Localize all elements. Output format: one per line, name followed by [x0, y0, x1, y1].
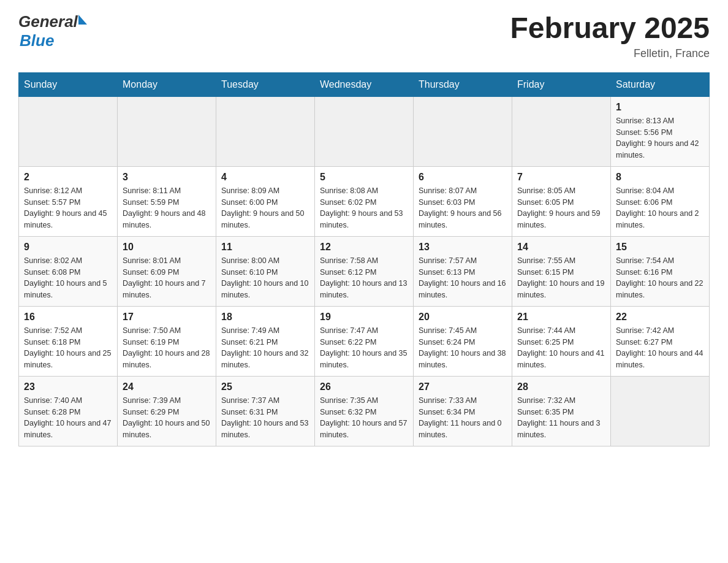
calendar-cell: 17Sunrise: 7:50 AM Sunset: 6:19 PM Dayli…: [118, 306, 216, 376]
title-section: February 2025 Felletin, France: [510, 12, 710, 60]
calendar-body: 1Sunrise: 8:13 AM Sunset: 5:56 PM Daylig…: [19, 96, 710, 446]
calendar-table: SundayMondayTuesdayWednesdayThursdayFrid…: [18, 72, 710, 446]
day-info: Sunrise: 7:35 AM Sunset: 6:32 PM Dayligh…: [320, 395, 408, 441]
day-info: Sunrise: 7:58 AM Sunset: 6:12 PM Dayligh…: [320, 255, 408, 301]
calendar-cell: 5Sunrise: 8:08 AM Sunset: 6:02 PM Daylig…: [315, 166, 414, 236]
calendar-cell: 21Sunrise: 7:44 AM Sunset: 6:25 PM Dayli…: [512, 306, 611, 376]
day-number: 9: [24, 242, 112, 253]
day-number: 17: [123, 312, 211, 323]
day-info: Sunrise: 8:08 AM Sunset: 6:02 PM Dayligh…: [320, 185, 408, 231]
calendar-week-5: 23Sunrise: 7:40 AM Sunset: 6:28 PM Dayli…: [19, 376, 710, 446]
day-number: 12: [320, 242, 408, 253]
day-number: 5: [320, 172, 408, 183]
logo-arrow-icon: [78, 15, 87, 25]
day-number: 7: [517, 172, 605, 183]
day-header-monday: Monday: [118, 72, 216, 96]
day-number: 1: [616, 102, 704, 113]
day-number: 11: [221, 242, 309, 253]
day-info: Sunrise: 7:50 AM Sunset: 6:19 PM Dayligh…: [123, 325, 211, 371]
calendar-cell: 23Sunrise: 7:40 AM Sunset: 6:28 PM Dayli…: [19, 376, 118, 446]
day-info: Sunrise: 7:42 AM Sunset: 6:27 PM Dayligh…: [616, 325, 704, 371]
day-number: 18: [221, 312, 309, 323]
day-info: Sunrise: 7:45 AM Sunset: 6:24 PM Dayligh…: [419, 325, 507, 371]
day-number: 13: [419, 242, 507, 253]
day-info: Sunrise: 7:55 AM Sunset: 6:15 PM Dayligh…: [517, 255, 605, 301]
day-info: Sunrise: 8:02 AM Sunset: 6:08 PM Dayligh…: [24, 255, 112, 301]
calendar-cell: 2Sunrise: 8:12 AM Sunset: 5:57 PM Daylig…: [19, 166, 118, 236]
day-number: 27: [419, 381, 507, 393]
day-info: Sunrise: 8:05 AM Sunset: 6:05 PM Dayligh…: [517, 185, 605, 231]
calendar-cell: 13Sunrise: 7:57 AM Sunset: 6:13 PM Dayli…: [414, 236, 512, 306]
day-info: Sunrise: 7:32 AM Sunset: 6:35 PM Dayligh…: [517, 395, 605, 441]
day-number: 15: [616, 242, 704, 253]
calendar-cell: [512, 96, 611, 166]
calendar-cell: 6Sunrise: 8:07 AM Sunset: 6:03 PM Daylig…: [414, 166, 512, 236]
day-number: 24: [123, 381, 211, 393]
calendar-cell: 28Sunrise: 7:32 AM Sunset: 6:35 PM Dayli…: [512, 376, 611, 446]
calendar-header: SundayMondayTuesdayWednesdayThursdayFrid…: [19, 72, 710, 96]
calendar-cell: 26Sunrise: 7:35 AM Sunset: 6:32 PM Dayli…: [315, 376, 414, 446]
day-number: 25: [221, 381, 309, 393]
day-info: Sunrise: 8:04 AM Sunset: 6:06 PM Dayligh…: [616, 185, 704, 231]
day-number: 26: [320, 381, 408, 393]
calendar-cell: 3Sunrise: 8:11 AM Sunset: 5:59 PM Daylig…: [118, 166, 216, 236]
day-info: Sunrise: 8:07 AM Sunset: 6:03 PM Dayligh…: [419, 185, 507, 231]
day-info: Sunrise: 7:40 AM Sunset: 6:28 PM Dayligh…: [24, 395, 112, 441]
month-title: February 2025: [510, 12, 710, 45]
calendar-cell: 15Sunrise: 7:54 AM Sunset: 6:16 PM Dayli…: [611, 236, 710, 306]
day-number: 28: [517, 381, 605, 393]
logo-general-text: General: [18, 12, 78, 31]
day-number: 22: [616, 312, 704, 323]
day-number: 3: [123, 172, 211, 183]
calendar-cell: 20Sunrise: 7:45 AM Sunset: 6:24 PM Dayli…: [414, 306, 512, 376]
day-number: 10: [123, 242, 211, 253]
calendar-cell: 11Sunrise: 8:00 AM Sunset: 6:10 PM Dayli…: [216, 236, 315, 306]
day-info: Sunrise: 7:39 AM Sunset: 6:29 PM Dayligh…: [123, 395, 211, 441]
calendar-cell: 24Sunrise: 7:39 AM Sunset: 6:29 PM Dayli…: [118, 376, 216, 446]
day-info: Sunrise: 7:33 AM Sunset: 6:34 PM Dayligh…: [419, 395, 507, 441]
day-number: 23: [24, 381, 112, 393]
calendar-cell: 25Sunrise: 7:37 AM Sunset: 6:31 PM Dayli…: [216, 376, 315, 446]
day-header-friday: Friday: [512, 72, 611, 96]
day-info: Sunrise: 7:54 AM Sunset: 6:16 PM Dayligh…: [616, 255, 704, 301]
day-info: Sunrise: 8:00 AM Sunset: 6:10 PM Dayligh…: [221, 255, 309, 301]
day-header-saturday: Saturday: [611, 72, 710, 96]
calendar-cell: [216, 96, 315, 166]
logo: General Blue: [18, 12, 87, 50]
day-header-wednesday: Wednesday: [315, 72, 414, 96]
day-info: Sunrise: 7:44 AM Sunset: 6:25 PM Dayligh…: [517, 325, 605, 371]
calendar-cell: 1Sunrise: 8:13 AM Sunset: 5:56 PM Daylig…: [611, 96, 710, 166]
calendar-cell: 8Sunrise: 8:04 AM Sunset: 6:06 PM Daylig…: [611, 166, 710, 236]
logo-blue-text: Blue: [20, 31, 54, 50]
calendar-cell: 4Sunrise: 8:09 AM Sunset: 6:00 PM Daylig…: [216, 166, 315, 236]
calendar-cell: [19, 96, 118, 166]
calendar-cell: 18Sunrise: 7:49 AM Sunset: 6:21 PM Dayli…: [216, 306, 315, 376]
day-info: Sunrise: 8:12 AM Sunset: 5:57 PM Dayligh…: [24, 185, 112, 231]
day-number: 19: [320, 312, 408, 323]
day-info: Sunrise: 7:52 AM Sunset: 6:18 PM Dayligh…: [24, 325, 112, 371]
calendar-cell: 27Sunrise: 7:33 AM Sunset: 6:34 PM Dayli…: [414, 376, 512, 446]
calendar-cell: [611, 376, 710, 446]
calendar-cell: [315, 96, 414, 166]
calendar-week-4: 16Sunrise: 7:52 AM Sunset: 6:18 PM Dayli…: [19, 306, 710, 376]
location-text: Felletin, France: [510, 47, 710, 60]
day-info: Sunrise: 7:37 AM Sunset: 6:31 PM Dayligh…: [221, 395, 309, 441]
day-number: 21: [517, 312, 605, 323]
day-number: 16: [24, 312, 112, 323]
day-header-tuesday: Tuesday: [216, 72, 315, 96]
page-header: General Blue February 2025 Felletin, Fra…: [18, 12, 710, 60]
calendar-cell: 16Sunrise: 7:52 AM Sunset: 6:18 PM Dayli…: [19, 306, 118, 376]
day-info: Sunrise: 8:09 AM Sunset: 6:00 PM Dayligh…: [221, 185, 309, 231]
day-header-sunday: Sunday: [19, 72, 118, 96]
calendar-cell: 10Sunrise: 8:01 AM Sunset: 6:09 PM Dayli…: [118, 236, 216, 306]
calendar-cell: [414, 96, 512, 166]
day-info: Sunrise: 7:49 AM Sunset: 6:21 PM Dayligh…: [221, 325, 309, 371]
day-info: Sunrise: 7:47 AM Sunset: 6:22 PM Dayligh…: [320, 325, 408, 371]
calendar-week-3: 9Sunrise: 8:02 AM Sunset: 6:08 PM Daylig…: [19, 236, 710, 306]
day-header-thursday: Thursday: [414, 72, 512, 96]
day-number: 6: [419, 172, 507, 183]
day-info: Sunrise: 8:11 AM Sunset: 5:59 PM Dayligh…: [123, 185, 211, 231]
calendar-cell: 12Sunrise: 7:58 AM Sunset: 6:12 PM Dayli…: [315, 236, 414, 306]
calendar-cell: 19Sunrise: 7:47 AM Sunset: 6:22 PM Dayli…: [315, 306, 414, 376]
calendar-cell: 22Sunrise: 7:42 AM Sunset: 6:27 PM Dayli…: [611, 306, 710, 376]
